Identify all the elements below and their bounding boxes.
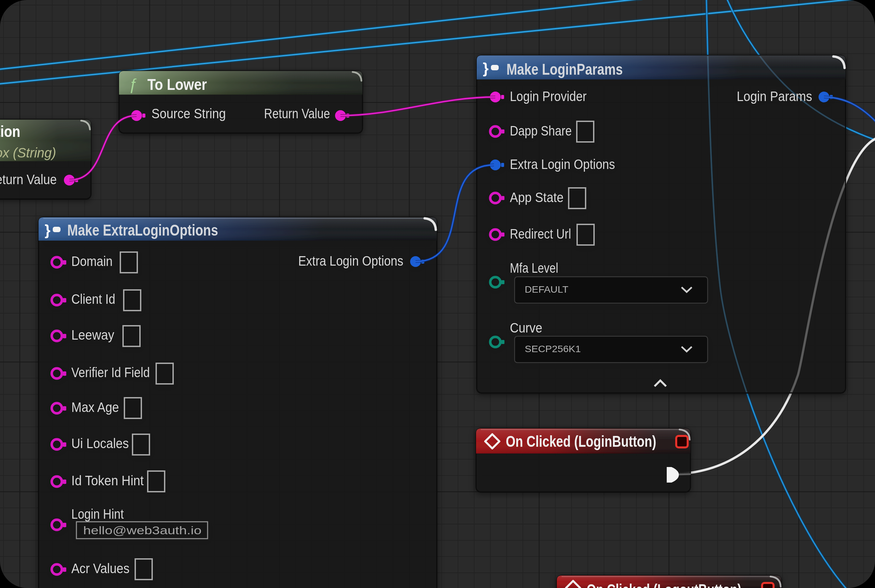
svg-text:Login Hint: Login Hint xyxy=(71,507,124,521)
svg-text:}: } xyxy=(483,60,489,76)
svg-text:Dapp Share: Dapp Share xyxy=(510,123,572,138)
svg-text:On Clicked (LogoutButton): On Clicked (LogoutButton) xyxy=(586,581,741,588)
svg-text:Login Params: Login Params xyxy=(737,89,812,104)
svg-text:To Lower: To Lower xyxy=(147,76,207,93)
svg-text:ox (String): ox (String) xyxy=(0,145,56,160)
svg-text:App State: App State xyxy=(510,190,564,205)
svg-text:SECP256K1: SECP256K1 xyxy=(525,344,581,354)
svg-text:Extra Login Options: Extra Login Options xyxy=(510,157,615,172)
svg-text:hello@web3auth.io: hello@web3auth.io xyxy=(83,524,201,537)
svg-text:Client Id: Client Id xyxy=(71,292,115,306)
svg-text:eturn Value: eturn Value xyxy=(0,172,57,187)
svg-text:Verifier Id Field: Verifier Id Field xyxy=(71,365,150,380)
svg-text:Leeway: Leeway xyxy=(71,327,114,342)
svg-text:Extra Login Options: Extra Login Options xyxy=(298,254,403,268)
svg-text:Make ExtraLoginOptions: Make ExtraLoginOptions xyxy=(67,221,218,239)
svg-text:Curve: Curve xyxy=(510,320,542,335)
svg-text:Domain: Domain xyxy=(71,254,113,268)
svg-text:Id Token Hint: Id Token Hint xyxy=(71,473,144,488)
svg-text:Redirect Url: Redirect Url xyxy=(510,226,571,241)
svg-text:Acr Values: Acr Values xyxy=(71,561,129,576)
svg-text:On Clicked (LoginButton): On Clicked (LoginButton) xyxy=(506,432,656,450)
svg-text:DEFAULT: DEFAULT xyxy=(525,285,568,295)
svg-text:}: } xyxy=(45,222,50,238)
svg-text:Return Value: Return Value xyxy=(264,106,330,121)
svg-text:Login Provider: Login Provider xyxy=(510,89,586,104)
svg-text:Make LoginParams: Make LoginParams xyxy=(507,60,623,78)
svg-text:tion: tion xyxy=(0,123,20,140)
svg-text:Source String: Source String xyxy=(152,106,226,121)
svg-text:Max Age: Max Age xyxy=(71,400,119,415)
svg-text:Ui Locales: Ui Locales xyxy=(71,436,129,451)
svg-text:Mfa Level: Mfa Level xyxy=(510,261,558,275)
svg-text:ƒ: ƒ xyxy=(128,75,137,93)
